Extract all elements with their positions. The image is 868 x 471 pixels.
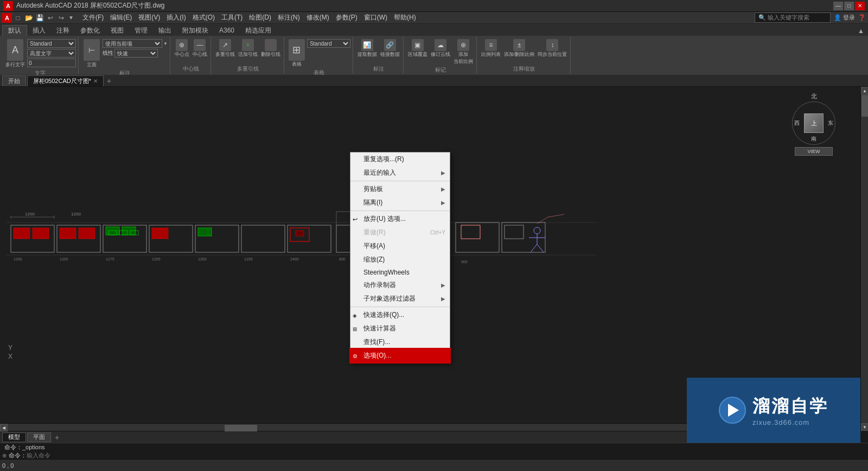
multileader-btn[interactable]: ↗ 多重引线: [214, 38, 236, 59]
user-icon[interactable]: 👤 登录: [834, 14, 855, 22]
add-scale-btn[interactable]: ⊕ 添加当前比例: [452, 38, 474, 66]
qab-redo[interactable]: ↪: [56, 14, 66, 22]
ctx-subobj-filter[interactable]: 子对象选择过滤器 ▶: [350, 292, 450, 305]
text-style-select[interactable]: 高度文字: [27, 49, 76, 58]
ctx-steering[interactable]: SteeringWheels: [350, 266, 450, 278]
qab-open[interactable]: 📂: [24, 14, 34, 22]
dim-btn[interactable]: ⊢ 立面: [82, 38, 101, 69]
scale-list-btn[interactable]: ≡ 比例列表: [480, 38, 502, 59]
ctx-quickselect[interactable]: ◈ 快速选择(Q)...: [350, 308, 450, 322]
add-leader-btn[interactable]: + 活加引线: [237, 38, 259, 59]
restore-button[interactable]: □: [844, 2, 854, 10]
qab-new[interactable]: □: [13, 14, 23, 22]
ctx-repeat[interactable]: 重复选项...(R): [350, 152, 450, 166]
scroll-down-btn[interactable]: ▼: [861, 423, 868, 431]
table-btn[interactable]: ⊞ 表格: [288, 38, 306, 69]
menu-modify[interactable]: 修改(M): [303, 12, 333, 23]
centerline-btn[interactable]: — 中心线: [192, 38, 208, 59]
tab-featured[interactable]: 精选应用: [240, 25, 277, 36]
link-data-btn[interactable]: 🔗 链接数据: [379, 38, 401, 59]
qab-menu[interactable]: A: [2, 13, 12, 23]
qab-undo[interactable]: ↩: [46, 14, 55, 22]
ctx-undo[interactable]: ↩ 放弃(U) 选项...: [350, 212, 450, 226]
add-del-scale-btn[interactable]: ± 添加/删除比例: [503, 38, 536, 59]
ctx-redo[interactable]: 重做(R) Ctrl+Y: [350, 226, 450, 239]
dim-style-select[interactable]: 使用当前项: [103, 39, 162, 48]
scroll-thumb[interactable]: [861, 95, 868, 117]
menu-param[interactable]: 参数(P): [333, 12, 361, 23]
title-bar: A Autodesk AutoCAD 2018 屏柜0502CAD尺寸图.dwg…: [0, 0, 868, 12]
ctx-sep2: [350, 211, 450, 211]
scroll-left-btn[interactable]: ◀: [0, 424, 8, 431]
ribbon-group-table: ⊞ 表格 Standard 表格: [285, 37, 353, 74]
tab-annotation[interactable]: 注释: [51, 25, 75, 36]
ctx-zoom[interactable]: 缩放(Z): [350, 253, 450, 266]
hscroll-thumb[interactable]: [225, 425, 257, 431]
menu-file[interactable]: 文件(F): [79, 12, 107, 23]
tab-drawing[interactable]: 屏柜0502CAD尺寸图* ✕: [27, 75, 104, 86]
command-input-row: ⊕ 命令：: [0, 451, 868, 460]
del-leader-btn[interactable]: - 删除引线: [260, 38, 282, 59]
tab-manage[interactable]: 管理: [129, 25, 153, 36]
menu-format[interactable]: 格式(O): [189, 12, 218, 23]
tab-close-btn[interactable]: ✕: [93, 78, 98, 84]
tab-a360[interactable]: A360: [214, 25, 240, 36]
menu-dim[interactable]: 标注(N): [275, 12, 303, 23]
model-tab-add[interactable]: +: [52, 432, 62, 442]
cloud-btn[interactable]: ☁ 修订云线: [430, 38, 451, 59]
view-label-btn[interactable]: VIEW: [795, 147, 833, 156]
sync-scale-btn[interactable]: ↕ 同步当前位置: [537, 38, 568, 59]
tab-add-btn[interactable]: +: [105, 77, 113, 85]
area-cover-label: 区域覆盖: [408, 51, 427, 58]
ribbon-group-text: A 多行文字 Standard 高度文字 文字: [2, 37, 79, 74]
menu-help[interactable]: 帮助(H): [391, 12, 419, 23]
ctx-pan[interactable]: 平移(A): [350, 239, 450, 253]
model-tab-model[interactable]: 模型: [2, 432, 26, 442]
ctx-recent-input[interactable]: 最近的输入 ▶: [350, 166, 450, 180]
search-box[interactable]: 🔍 输入关键字搜索: [755, 12, 831, 23]
ctx-clipboard[interactable]: 剪贴板 ▶: [350, 182, 450, 196]
right-scrollbar: ▲ ▼: [860, 87, 868, 431]
ctx-action-arrow: ▶: [441, 282, 445, 288]
dim-type-select[interactable]: 快速 连续: [114, 49, 158, 58]
ctx-action-recorder[interactable]: 动作录制器 ▶: [350, 278, 450, 292]
tab-default[interactable]: 默认: [2, 25, 27, 36]
tab-addons[interactable]: 附加模块: [177, 25, 214, 36]
dim-style-dropdown[interactable]: ▼: [163, 41, 168, 46]
minimize-button[interactable]: —: [833, 2, 843, 10]
ctx-quickcalc[interactable]: ⊞ 快速计算器: [350, 322, 450, 335]
help-icon[interactable]: ❓: [858, 14, 866, 21]
font-select[interactable]: Standard: [27, 39, 76, 48]
ctx-options[interactable]: ⚙ 选项(O)...: [350, 349, 450, 362]
menu-draw[interactable]: 绘图(D): [246, 12, 275, 23]
close-button[interactable]: ✕: [855, 2, 865, 10]
multiline-text-btn[interactable]: A 多行文字: [4, 38, 26, 69]
menu-edit[interactable]: 编辑(E): [107, 12, 135, 23]
ctx-isolate[interactable]: 隔离(I) ▶: [350, 196, 450, 209]
model-tab-layout1[interactable]: 平面: [27, 432, 51, 442]
area-cover-btn[interactable]: ▣ 区域覆盖: [407, 38, 429, 59]
wm-text-block: 溜溜自学 zixue.3d66.com: [752, 394, 828, 427]
scroll-up-btn[interactable]: ▲: [861, 87, 868, 94]
centerpoint-btn[interactable]: ⊕ 中心点: [174, 38, 190, 59]
qab-dropdown[interactable]: ▼: [67, 14, 75, 22]
ctx-sep1: [350, 181, 450, 181]
dim-selects: 使用当前项 ▼ 线性 快速 连续: [103, 38, 168, 58]
tab-insert[interactable]: 插入: [27, 25, 51, 36]
tab-start[interactable]: 开始: [2, 75, 26, 86]
ctx-find[interactable]: 查找(F)...: [350, 335, 450, 349]
menu-view[interactable]: 视图(V): [135, 12, 163, 23]
command-input[interactable]: [27, 452, 866, 459]
tab-parametric[interactable]: 参数化: [75, 25, 105, 36]
tab-view[interactable]: 视图: [105, 25, 129, 36]
view-cube-box[interactable]: 上: [804, 113, 824, 133]
qab-save[interactable]: 💾: [35, 14, 44, 22]
tab-output[interactable]: 输出: [153, 25, 177, 36]
menu-tools[interactable]: 工具(T): [218, 12, 246, 23]
tab-minimize[interactable]: ▲: [856, 26, 866, 36]
table-style-select[interactable]: Standard: [307, 39, 350, 48]
menu-insert[interactable]: 插入(I): [163, 12, 189, 23]
text-height-input[interactable]: [27, 59, 76, 67]
menu-window[interactable]: 窗口(W): [361, 12, 391, 23]
extract-data-btn[interactable]: 📊 提取数据: [356, 38, 378, 59]
